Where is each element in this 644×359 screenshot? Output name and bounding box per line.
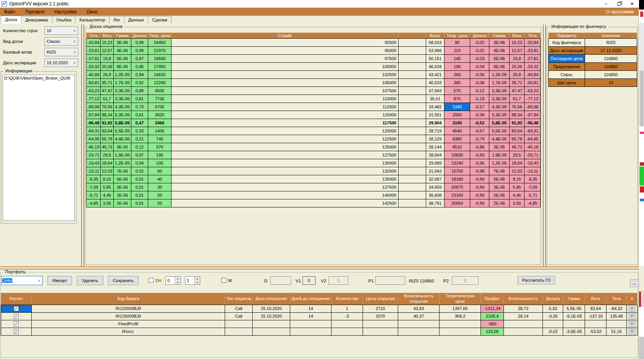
board-cell[interactable]: -13,11 — [87, 167, 101, 175]
board-cell[interactable]: 3,3E-05 — [114, 95, 131, 103]
board-cell[interactable]: 3920 — [148, 111, 172, 119]
portfolio-cell[interactable]: -84,32 — [606, 305, 627, 312]
import-button[interactable]: Импорт — [47, 276, 72, 285]
board-cell[interactable]: 120000 — [172, 127, 399, 135]
board-cell[interactable]: 7E-06 — [489, 167, 510, 175]
board-cell[interactable]: 125000 — [172, 143, 399, 151]
board-cell[interactable]: 5,5E-05 — [489, 127, 510, 135]
board-cell[interactable]: 3,3E-05 — [489, 95, 510, 103]
board-cell[interactable]: -27,81 — [87, 55, 101, 63]
board-cell[interactable]: 28,144 — [426, 143, 445, 151]
board-cell[interactable]: 7E-06 — [114, 167, 131, 175]
board-cell[interactable]: 0,98 — [131, 47, 148, 55]
board-cell[interactable]: 4E-06 — [489, 47, 510, 55]
board-cell[interactable]: 380 — [445, 79, 470, 87]
board-cell[interactable]: -50,81 — [525, 79, 541, 87]
portfolio-combo[interactable]: 1НН ∨ — [1, 276, 42, 285]
board-cell[interactable]: 6380 — [445, 135, 470, 143]
board-cell[interactable]: 33,482 — [426, 103, 445, 111]
board-cell[interactable]: 5E-06 — [114, 175, 131, 183]
portfolio-cell[interactable] — [225, 328, 253, 335]
board-cell[interactable]: 58,033 — [426, 39, 445, 47]
portfolio-cell[interactable]: -9,1E-05 — [563, 312, 585, 320]
board-cell[interactable]: 12,57 — [101, 47, 114, 55]
board-cell[interactable]: 2460 — [148, 119, 172, 127]
board-cell[interactable]: 3E-05 — [489, 143, 510, 151]
portfolio-cell[interactable]: 1070 — [363, 312, 398, 320]
board-cell[interactable]: 20,36 — [101, 63, 114, 71]
restore-button[interactable] — [613, 0, 626, 8]
portfolio-cell[interactable] — [253, 320, 290, 328]
board-cell[interactable]: 0,73 — [131, 103, 148, 111]
board-cell[interactable]: 29,5 — [510, 151, 525, 159]
board-cell[interactable]: -33,32 — [525, 63, 541, 71]
board-cell[interactable]: -40,84 — [87, 71, 101, 79]
row-checkbox[interactable]: ✓ — [14, 306, 19, 311]
board-cell[interactable]: 0,92 — [131, 79, 148, 87]
board-cell[interactable]: 4,45 — [101, 191, 114, 199]
portfolio-cell[interactable]: RI125000BJ0 — [32, 312, 225, 320]
tab-Сделки[interactable]: Сделки — [148, 16, 171, 24]
board-cell[interactable]: 60 — [148, 167, 172, 175]
menu-item-Торговля[interactable]: Торговля — [25, 9, 44, 15]
board-cell[interactable]: 53,966 — [426, 47, 445, 55]
board-cell[interactable]: 76,56 — [510, 103, 525, 111]
portfolio-cell[interactable] — [398, 320, 440, 328]
board-cell[interactable]: 31,551 — [426, 111, 445, 119]
menu-item-Файл[interactable]: Файл — [4, 9, 15, 15]
board-cell[interactable]: 5,5E-05 — [114, 127, 131, 135]
portfolio-cell[interactable] — [332, 320, 363, 328]
tab-Доска[interactable]: Доска — [1, 16, 21, 24]
menu-item-Окно[interactable]: Окно — [87, 9, 98, 15]
board-cell[interactable]: 13240 — [445, 159, 470, 167]
board-cell[interactable]: 8510 — [445, 143, 470, 151]
v1-field[interactable]: 0 — [302, 276, 315, 285]
row-close-button[interactable]: ✕ — [629, 313, 635, 319]
board-cell[interactable]: 8E-06 — [114, 63, 131, 71]
board-cell[interactable]: -64,95 — [525, 135, 541, 143]
board-cell[interactable]: -9,35 — [87, 175, 101, 183]
portfolio-cell[interactable] — [225, 320, 253, 328]
board-cell[interactable]: 88,34 — [510, 111, 525, 119]
board-cell[interactable]: -40,84 — [525, 71, 541, 79]
board-cell[interactable]: 8E-06 — [489, 63, 510, 71]
portfolio-cell[interactable]: 43,83 — [398, 305, 440, 312]
board-cell[interactable]: 18,64 — [101, 159, 114, 167]
board-cell[interactable]: 14620 — [148, 71, 172, 79]
board-cell[interactable]: 5E-06 — [489, 175, 510, 183]
calc-margin-button[interactable]: Рассчитать ГО — [518, 276, 555, 284]
board-cell[interactable]: 1,7E-05 — [114, 79, 131, 87]
board-cell[interactable]: -0,99 — [470, 183, 489, 191]
board-cell[interactable]: -89,98 — [525, 103, 541, 111]
board-cell[interactable]: 12,03 — [101, 167, 114, 175]
spinner-arrows-icon[interactable]: ▲▼ — [194, 277, 200, 284]
board-cell[interactable]: -0,04 — [470, 63, 489, 71]
board-cell[interactable]: 0,97 — [131, 55, 148, 63]
row-checkbox[interactable]: ✓ — [14, 314, 19, 319]
info-listbox[interactable]: D:\QUIK\Viktor\Open_Broker_QUIK — [3, 75, 75, 221]
menu-item-Настройки[interactable]: Настройки — [54, 9, 77, 15]
row-checkbox[interactable]: ✓ — [14, 329, 19, 334]
future-value-cell[interactable]: 17.12.2020 — [585, 47, 637, 55]
board-cell[interactable]: 24450 — [148, 39, 172, 47]
board-cell[interactable]: 105000 — [172, 79, 399, 87]
portfolio-cell[interactable]: -3,6E-05 — [563, 328, 585, 335]
board-cell[interactable]: 18,64 — [510, 159, 525, 167]
board-cell[interactable]: 1,9E-05 — [114, 151, 131, 159]
tab-Калькулятор[interactable]: Калькулятор — [75, 16, 109, 24]
board-cell[interactable]: 19500 — [148, 55, 172, 63]
board-cell[interactable]: 142500 — [172, 199, 399, 207]
board-cell[interactable]: 76,56 — [101, 103, 114, 111]
board-cell[interactable]: 8,15 — [510, 175, 525, 183]
board-cell[interactable]: 20,36 — [510, 63, 525, 71]
board-cell[interactable]: 190 — [445, 63, 470, 71]
board-cell[interactable]: 260 — [445, 71, 470, 79]
portfolio-cell[interactable]: Итого: — [32, 328, 225, 335]
future-value-cell[interactable]: RIZ0 — [585, 39, 637, 47]
row-close-button[interactable]: ✕ — [629, 321, 635, 327]
board-cell[interactable]: -0,06 — [470, 71, 489, 79]
portfolio-cell[interactable]: 40,37 — [398, 312, 440, 320]
field-combo-Базовый актив[interactable]: RIZ0∨ — [44, 48, 78, 56]
portfolio-cell[interactable] — [440, 328, 481, 335]
m-checkbox[interactable] — [221, 278, 226, 283]
